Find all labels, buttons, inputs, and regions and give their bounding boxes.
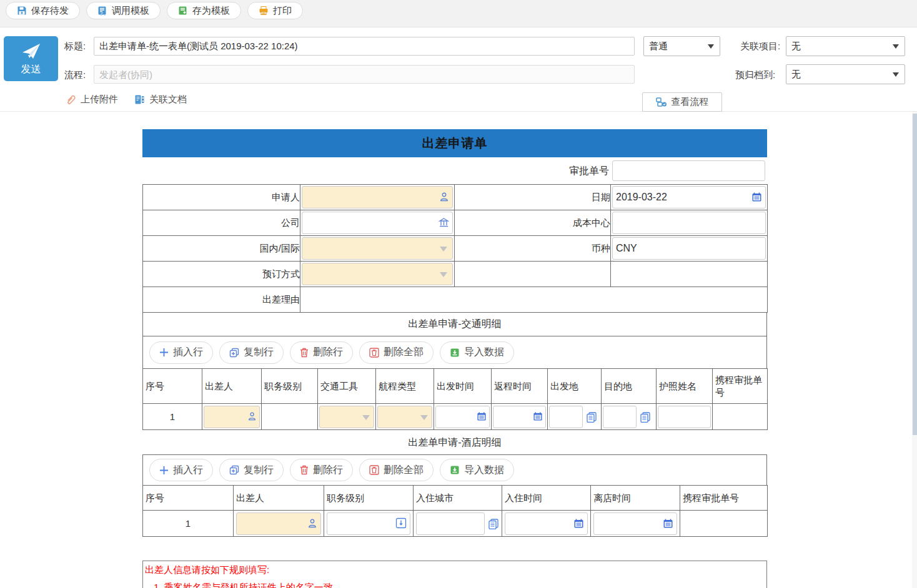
trip-application-form: 出差申请单 审批单号 申请人 日期 xyxy=(142,129,767,588)
copy-row-button[interactable]: 复制行 xyxy=(219,459,284,481)
applicant-picker[interactable] xyxy=(302,186,453,208)
currency-input[interactable] xyxy=(613,238,765,259)
insert-row-label: 插入行 xyxy=(173,346,203,359)
checkin-time-field[interactable] xyxy=(505,512,588,535)
date-input[interactable] xyxy=(613,187,765,208)
col-ctrip-no: 携程审批单号 xyxy=(713,369,768,404)
save-draft-label: 保存待发 xyxy=(31,5,69,17)
print-button[interactable]: 打印 xyxy=(247,2,303,19)
insert-row-button[interactable]: 插入行 xyxy=(149,341,213,364)
calendar-icon xyxy=(477,411,487,421)
save-as-template-button[interactable]: 存为模板 xyxy=(167,2,241,19)
hotel-table: 序号 出差人 职务级别 入住城市 入住时间 离店时间 携程审批单号 1 xyxy=(142,485,768,537)
prearchive-label: 预归档到: xyxy=(735,69,775,81)
calendar-icon xyxy=(751,192,762,202)
col-flight-type: 航程类型 xyxy=(376,369,434,404)
copy-row-button[interactable]: 复制行 xyxy=(219,341,284,364)
depart-time-field[interactable] xyxy=(435,406,490,428)
job-level-picker[interactable] xyxy=(327,512,410,535)
empty-cell xyxy=(455,262,611,287)
applicant-label: 申请人 xyxy=(143,185,300,210)
copy-row-label: 复制行 xyxy=(244,346,274,359)
col-ctrip-no: 携程审批单号 xyxy=(680,486,768,511)
date-field[interactable] xyxy=(612,186,766,208)
col-job-level: 职务级别 xyxy=(324,486,414,511)
company-picker[interactable] xyxy=(302,212,453,234)
header-panel: 发送 标题: 普通 关联项目: 无 流程: 查看流程 预归档到: 无 上传附件 xyxy=(0,27,917,112)
related-document-button[interactable]: 关联文档 xyxy=(134,94,187,105)
view-flow-label: 查看流程 xyxy=(672,96,709,108)
col-checkin-time: 入住时间 xyxy=(502,486,591,511)
copy-row-label: 复制行 xyxy=(244,464,274,477)
note-line-1: 出差人信息请按如下规则填写: xyxy=(145,564,766,576)
save-draft-button[interactable]: 保存待发 xyxy=(6,2,80,19)
traveler-picker[interactable] xyxy=(204,406,260,428)
cost-center-field[interactable] xyxy=(612,212,766,234)
checkout-time-field[interactable] xyxy=(593,512,677,535)
plus-icon xyxy=(159,466,169,475)
save-template-icon xyxy=(178,6,188,16)
scrollbar-track[interactable] xyxy=(912,112,917,588)
cost-center-label: 成本中心 xyxy=(455,210,611,236)
passport-name-field[interactable] xyxy=(658,406,711,428)
delete-all-button[interactable]: 删除全部 xyxy=(359,341,434,364)
person-icon xyxy=(307,518,317,529)
approval-no-label: 审批单号 xyxy=(569,165,609,178)
related-project-select[interactable]: 无 xyxy=(786,36,905,56)
level-selector-icon xyxy=(395,517,407,529)
approval-no-input[interactable] xyxy=(612,160,765,181)
flight-type-select[interactable] xyxy=(377,406,432,428)
flow-input[interactable] xyxy=(94,65,635,84)
trip-reason-field[interactable] xyxy=(300,287,768,313)
import-data-button[interactable]: 导入数据 xyxy=(440,341,514,364)
cost-center-input[interactable] xyxy=(613,212,765,233)
browse-icon[interactable] xyxy=(488,518,499,529)
title-input[interactable] xyxy=(94,37,635,56)
delete-row-button[interactable]: 删除行 xyxy=(290,459,353,481)
return-time-field[interactable] xyxy=(493,406,546,428)
document-icon xyxy=(134,94,145,105)
booking-method-select[interactable] xyxy=(302,263,453,285)
flow-label: 流程: xyxy=(64,69,86,81)
person-icon xyxy=(439,192,449,202)
priority-select[interactable]: 普通 xyxy=(643,36,720,56)
origin-field[interactable] xyxy=(549,406,583,428)
transport-mode-select[interactable] xyxy=(319,406,374,428)
delete-row-label: 删除行 xyxy=(313,464,343,477)
checkin-city-field[interactable] xyxy=(416,512,485,535)
col-transport-mode: 交通工具 xyxy=(318,369,376,404)
insert-row-button[interactable]: 插入行 xyxy=(149,459,213,481)
col-checkin-city: 入住城市 xyxy=(414,486,502,511)
col-return-time: 返程时间 xyxy=(492,369,548,404)
delete-all-button[interactable]: 删除全部 xyxy=(359,459,434,481)
delete-all-label: 删除全部 xyxy=(384,464,424,477)
date-label: 日期 xyxy=(455,185,611,210)
destination-field[interactable] xyxy=(603,406,637,428)
prearchive-select[interactable]: 无 xyxy=(786,64,905,84)
browse-icon[interactable] xyxy=(586,411,597,423)
print-icon xyxy=(259,6,269,16)
delete-row-button[interactable]: 删除行 xyxy=(290,341,353,364)
currency-field[interactable] xyxy=(612,237,766,260)
domestic-intl-select[interactable] xyxy=(302,237,453,260)
page: 保存待发 调用模板 存为模板 打印 发送 标题: 普通 关联项目: 无 xyxy=(0,0,917,588)
scrollbar-thumb[interactable] xyxy=(913,114,917,435)
browse-icon[interactable] xyxy=(640,411,651,423)
send-button[interactable]: 发送 xyxy=(4,36,58,81)
view-flow-button[interactable]: 查看流程 xyxy=(642,92,722,112)
upload-attachment-button[interactable]: 上传附件 xyxy=(66,94,118,105)
chevron-down-icon xyxy=(362,415,370,420)
transport-toolbar: 插入行 复制行 删除行 删除全部 导入数据 xyxy=(142,336,767,369)
traveler-picker[interactable] xyxy=(236,512,321,535)
use-template-button[interactable]: 调用模板 xyxy=(86,2,161,19)
hotel-toolbar: 插入行 复制行 删除行 删除全部 导入数据 xyxy=(142,454,767,486)
traveler-rules-note: 出差人信息请按如下规则填写: 1. 乘客姓名需与登机所持证件上的名字一致 xyxy=(142,561,767,588)
ctrip-no-cell xyxy=(713,404,768,430)
chevron-down-icon xyxy=(893,44,899,49)
flowchart-icon xyxy=(656,97,667,107)
import-data-button[interactable]: 导入数据 xyxy=(440,459,514,481)
approval-no-row: 审批单号 xyxy=(142,157,767,184)
trash-all-icon xyxy=(369,465,379,475)
domestic-intl-label: 国内/国际 xyxy=(143,236,300,262)
calendar-icon xyxy=(663,518,673,529)
